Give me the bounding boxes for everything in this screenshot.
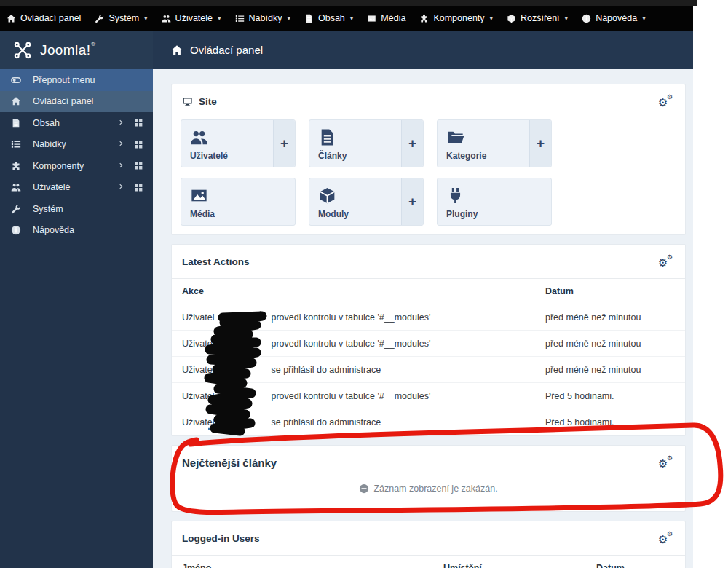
sidebar-item-label: Komponenty	[33, 161, 84, 171]
logged-in-users-panel: Logged-in Users ⚙⚙ Jméno Umístění Datum	[171, 521, 686, 568]
topnav-users[interactable]: Uživatelé▾	[162, 13, 221, 23]
puzzle-icon	[419, 14, 429, 23]
topnav-label: Komponenty	[433, 13, 484, 23]
sidebar-item-label: Ovládací panel	[33, 96, 93, 106]
card-plugins[interactable]: Pluginy	[437, 178, 552, 226]
sidebar-item-system[interactable]: Systém	[0, 198, 153, 220]
popular-articles-panel: Nejčtenější články ⚙⚙ Záznam zobrazení j…	[171, 445, 686, 512]
topnav-dashboard[interactable]: Ovládací panel	[7, 13, 81, 23]
sidebar-item-label: Nabídky	[33, 139, 66, 149]
add-user-button[interactable]: +	[273, 120, 295, 167]
card-users[interactable]: Uživatelé +	[181, 119, 296, 167]
logged-in-users-header: Logged-in Users ⚙⚙	[172, 521, 685, 555]
minus-circle-icon	[359, 484, 369, 494]
popular-articles-header: Nejčtenější články ⚙⚙	[172, 446, 685, 479]
topnav-label: Nabídky	[249, 13, 282, 23]
card-label: Články	[318, 151, 398, 161]
sidebar-item-content[interactable]: Obsah	[0, 112, 153, 134]
admin-top-menubar: Ovládací panel Systém▾ Uživatelé▾ Nabídk…	[0, 6, 693, 31]
file-icon	[304, 14, 314, 23]
chevron-right-icon[interactable]	[118, 139, 125, 149]
topnav-label: Uživatelé	[175, 13, 213, 23]
topnav-content[interactable]: Obsah▾	[304, 13, 353, 23]
action-cell: Uživatelprovedl kontrolu v tabulce '#__m…	[182, 391, 545, 401]
date-cell: před méně než minutou	[545, 339, 641, 349]
monitor-icon	[182, 96, 193, 107]
sidebar-item-help[interactable]: Nápověda	[0, 220, 153, 242]
add-article-button[interactable]: +	[401, 120, 423, 167]
card-label: Uživatelé	[190, 151, 270, 161]
topnav-extensions[interactable]: Rozšíření▾	[507, 13, 568, 23]
topnav-label: Obsah	[318, 13, 345, 23]
card-articles[interactable]: Články +	[309, 119, 424, 167]
date-cell: Před 5 hodinami.	[545, 391, 614, 401]
latest-actions-panel: Latest Actions ⚙⚙ Akce Datum Uživatelpro…	[171, 244, 686, 436]
table-row: Uživatelse přihlásil do administrace pře…	[172, 357, 685, 383]
registered-mark: ®	[91, 41, 95, 47]
extensions-icon	[507, 14, 516, 23]
column-header-date: Datum	[545, 286, 574, 296]
topnav-help[interactable]: Nápověda▾	[582, 13, 646, 23]
caret-down-icon: ▾	[565, 15, 569, 22]
add-category-button[interactable]: +	[529, 120, 551, 167]
card-label: Média	[190, 209, 295, 219]
table-row: Uživatelprovedl kontrolu v tabulce '#__m…	[172, 383, 685, 409]
users-icon	[11, 182, 25, 192]
add-module-button[interactable]: +	[401, 178, 423, 225]
date-cell: před méně než minutou	[545, 312, 641, 323]
grid-icon[interactable]	[134, 183, 143, 192]
card-media[interactable]: Média	[181, 178, 296, 226]
logged-in-users-column-headers: Jméno Umístění Datum	[172, 555, 685, 568]
sidebar-item-label: Přepnout menu	[33, 75, 95, 85]
topnav-menus[interactable]: Nabídky▾	[235, 13, 290, 23]
column-header-location: Umístění	[443, 563, 596, 568]
topnav-label: Nápověda	[596, 13, 637, 23]
joomla-admin-page: Ovládací panel Systém▾ Uživatelé▾ Nabídk…	[0, 0, 728, 568]
users-icon	[162, 14, 171, 23]
settings-cogs-icon[interactable]: ⚙⚙	[657, 531, 675, 545]
topnav-label: Média	[381, 13, 405, 23]
grid-icon[interactable]	[134, 118, 143, 127]
latest-actions-header: Latest Actions ⚙⚙	[172, 245, 685, 278]
sidebar-item-label: Uživatelé	[33, 182, 70, 192]
chevron-right-icon[interactable]	[118, 118, 125, 128]
joomla-logo-icon	[12, 39, 33, 61]
sidebar-item-components[interactable]: Komponenty	[0, 155, 153, 177]
card-modules[interactable]: Moduly +	[309, 178, 424, 226]
sidebar-item-dashboard[interactable]: Ovládací panel	[0, 91, 153, 113]
site-panel-header: Site ⚙⚙	[172, 84, 685, 118]
chevron-right-icon[interactable]	[118, 182, 125, 192]
table-row: Uživatelprovedl kontrolu v tabulce '#__m…	[172, 331, 685, 357]
grid-icon[interactable]	[134, 140, 143, 149]
card-categories[interactable]: Kategorie +	[437, 119, 552, 167]
caret-down-icon: ▾	[144, 15, 148, 22]
action-cell: Uživatelse přihlásil do administrace	[182, 417, 545, 427]
topnav-media[interactable]: Média	[367, 13, 405, 23]
topnav-label: Ovládací panel	[20, 13, 81, 23]
site-panel-title: Site	[182, 96, 217, 107]
home-icon	[171, 44, 183, 56]
caret-down-icon: ▾	[218, 15, 221, 22]
topnav-system[interactable]: Systém▾	[95, 13, 147, 23]
file-icon	[318, 127, 398, 149]
list-icon	[235, 14, 245, 23]
settings-cogs-icon[interactable]: ⚙⚙	[657, 254, 675, 269]
popular-articles-title: Nejčtenější články	[182, 457, 277, 469]
topnav-label: Systém	[108, 13, 139, 23]
chevron-right-icon[interactable]	[118, 161, 125, 171]
window-top-strip	[0, 0, 697, 6]
cube-icon	[318, 185, 398, 207]
grid-icon[interactable]	[134, 161, 143, 170]
page-header: Ovládací panel	[153, 31, 693, 69]
sidebar-item-users[interactable]: Uživatelé	[0, 177, 153, 199]
topnav-components[interactable]: Komponenty▾	[419, 13, 493, 23]
sidebar-item-label: Systém	[33, 204, 63, 214]
sidebar-item-toggle-menu[interactable]: Přepnout menu	[0, 69, 153, 91]
settings-cogs-icon[interactable]: ⚙⚙	[657, 455, 675, 470]
topnav-label: Rozšíření	[521, 13, 560, 23]
logged-in-users-title: Logged-in Users	[182, 533, 260, 544]
sidebar-item-menus[interactable]: Nabídky	[0, 134, 153, 156]
column-header-action: Akce	[182, 286, 545, 296]
settings-cogs-icon[interactable]: ⚙⚙	[657, 94, 675, 109]
sidebar-item-label: Nápověda	[33, 225, 74, 235]
